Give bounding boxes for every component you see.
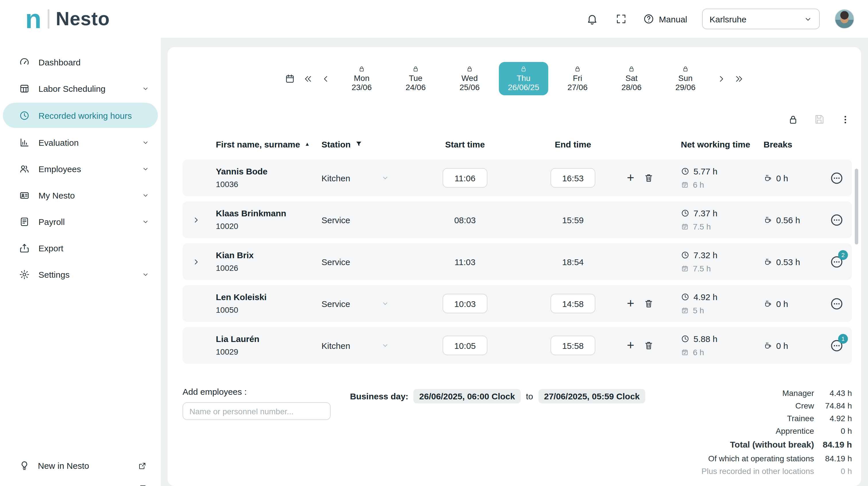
comment-button[interactable] [828,212,844,228]
date-label: 28/06 [621,83,642,92]
day-cell-fri[interactable]: Fri 27/06 [553,62,602,95]
summary-row-crew: Crew74.84 h [662,399,852,412]
net-working-time-cell: 5.88 h 6 h [672,333,764,358]
sidebar-item-settings[interactable]: Settings [0,261,161,288]
employee-name: Kian Brix [216,249,316,262]
station-value: Service [316,257,408,266]
clock-icon [19,110,30,121]
sidebar-item-labor-scheduling[interactable]: Labor Scheduling [0,75,161,102]
end-time-input[interactable] [551,294,595,313]
calendar-icon [285,73,295,84]
delete-time-entry-button[interactable] [644,340,654,351]
next-day-button[interactable] [714,71,728,86]
breaks-cell: 0.56 h [764,215,821,225]
employee-name: Lia Laurén [216,333,316,346]
add-time-entry-button[interactable]: + [627,340,634,351]
station-value: Kitchen [321,173,350,183]
more-options-button[interactable] [839,113,852,126]
sidebar-item-label: Payroll [38,217,133,226]
date-label: 23/06 [352,83,372,92]
location-selector[interactable]: Karlsruhe [702,9,820,29]
chevron-down-icon [142,218,149,225]
end-time-text: 18:54 [562,257,584,266]
delete-time-entry-button[interactable] [644,173,654,183]
sidebar-item-recorded-working-hours[interactable]: Recorded working hours [3,103,158,128]
employee-name: Len Koleiski [216,291,316,303]
station-dropdown[interactable]: Service [316,299,389,309]
filter-station-header[interactable]: Station [316,139,408,149]
start-time-input[interactable] [443,294,487,313]
comment-button[interactable]: 2 [828,254,844,270]
comment-button[interactable] [828,295,844,312]
next-week-button[interactable] [732,71,746,86]
sidebar-item-my-nesto[interactable]: My Nesto [0,182,161,208]
chevron-down-icon [381,342,389,350]
expand-row-button[interactable] [183,257,209,266]
comment-icon [829,296,844,311]
summary-row-trainee: Trainee4.92 h [662,412,852,425]
comment-button[interactable] [828,170,844,186]
employee-cell: Len Koleiski 10050 [209,291,316,316]
filter-icon [355,140,363,148]
sidebar-item-label: Export [38,243,149,253]
day-cell-sun[interactable]: Sun 29/06 [661,62,710,95]
open-calendar-button[interactable] [282,71,298,86]
day-cell-wed[interactable]: Wed 25/06 [445,62,494,95]
lock-day-button[interactable] [786,113,800,126]
sidebar-item-employees[interactable]: Employees [0,156,161,182]
day-cell-tue[interactable]: Tue 24/06 [391,62,440,95]
station-dropdown[interactable]: Kitchen [316,173,389,183]
save-button[interactable] [812,112,826,126]
collapse-sidebar-button[interactable] [135,482,148,486]
new-in-nesto-label: New in Nesto [38,461,130,471]
net-working-time-cell: 5.77 h 6 h [672,166,764,190]
start-time-input[interactable] [443,168,487,188]
comment-button[interactable]: 1 [828,337,844,353]
expand-row-button[interactable] [183,216,209,224]
day-cell-thu-selected[interactable]: Thu 26/06/25 [499,62,548,95]
location-value: Karlsruhe [710,14,746,24]
breaks-cell: 0 h [764,341,821,350]
fullscreen-icon [615,13,627,25]
previous-week-button[interactable] [301,71,315,86]
new-in-nesto-link[interactable]: New in Nesto [0,460,161,471]
sidebar-item-dashboard[interactable]: Dashboard [0,49,161,75]
add-time-entry-button[interactable]: + [627,298,634,309]
employee-cell: Lia Laurén 10029 [209,333,316,358]
planned-hours-icon [681,264,689,272]
add-time-entry-button[interactable]: + [627,172,634,184]
comment-count-badge: 2 [838,250,848,260]
previous-day-button[interactable] [319,71,333,86]
delete-time-entry-button[interactable] [644,298,654,309]
day-cell-sat[interactable]: Sat 28/06 [607,62,656,95]
bell-icon [586,13,598,25]
fullscreen-button[interactable] [614,12,628,26]
chevron-left-icon [321,74,331,84]
employee-number: 10029 [216,346,316,358]
sidebar-item-payroll[interactable]: Payroll [0,208,161,235]
start-time-input[interactable] [443,336,487,355]
coffee-icon [764,257,772,266]
station-value: Service [316,215,408,225]
sidebar-item-label: Recorded working hours [38,110,146,120]
summary-row-manager: Manager4.43 h [662,387,852,399]
sort-by-name-header[interactable]: First name, surname ▲ [209,139,316,149]
station-dropdown[interactable]: Kitchen [316,341,389,350]
sidebar-item-export[interactable]: Export [0,235,161,261]
day-cell-mon[interactable]: Mon 23/06 [337,62,386,95]
weekday-label: Sat [625,74,638,83]
avatar[interactable] [835,9,854,29]
manual-link[interactable]: Manual [643,13,687,25]
chevron-right-icon [191,216,200,224]
trash-icon [644,298,654,309]
end-time-input[interactable] [551,168,595,188]
sidebar-item-evaluation[interactable]: Evaluation [0,129,161,156]
notifications-button[interactable] [585,12,599,26]
end-time-input[interactable] [551,336,595,355]
breaks-cell: 0 h [764,299,821,309]
lock-icon [628,65,635,72]
employee-name: Klaas Brinkmann [216,207,316,220]
vertical-scrollbar[interactable] [855,169,858,245]
add-employee-input[interactable] [183,402,331,420]
table-row: Len Koleiski 10050 Service + 4.92 h [183,285,852,322]
